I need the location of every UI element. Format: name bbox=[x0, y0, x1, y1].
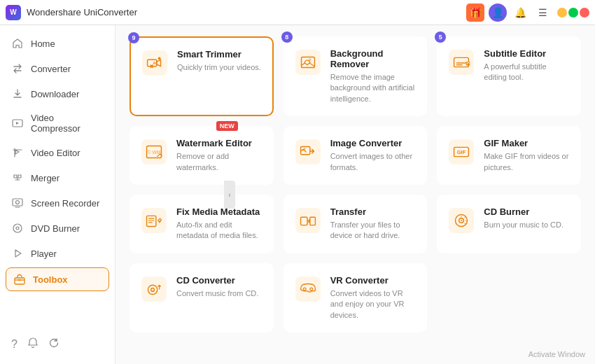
watermark-editor-icon: © WM bbox=[140, 138, 168, 166]
main-content: Home Converter Downloader Video Compress… bbox=[0, 25, 595, 364]
smart-trimmer-title: Smart Trimmer bbox=[177, 49, 262, 59]
sidebar-item-toolbox[interactable]: Toolbox bbox=[6, 267, 109, 291]
sidebar-item-merger[interactable]: Merger bbox=[0, 165, 115, 190]
screen-recorder-icon bbox=[11, 197, 24, 209]
cd-converter-icon bbox=[140, 275, 168, 303]
subtitle-editor-title: Subtitle Editor bbox=[484, 48, 570, 59]
subtitle-editor-text: Subtitle Editor A powerful subtitle edit… bbox=[484, 48, 570, 83]
svg-point-4 bbox=[16, 227, 19, 230]
fix-media-metadata-desc: Auto-fix and edit metadata of media file… bbox=[176, 220, 263, 241]
gif-maker-desc: Make GIF from videos or pictures. bbox=[484, 151, 570, 173]
tool-card-subtitle-editor[interactable]: 5 Subtitle Editor A powerful subtitle ed… bbox=[437, 36, 581, 116]
sidebar-label-video-editor: Video Editor bbox=[31, 148, 80, 158]
help-icon[interactable]: ? bbox=[11, 338, 18, 351]
svg-rect-38 bbox=[295, 276, 321, 302]
window-controls bbox=[557, 8, 589, 18]
title-bar: W Wondershare UniConverter 🎁 👤 🔔 ☰ bbox=[0, 0, 595, 25]
bell-button[interactable]: 🔔 bbox=[511, 4, 529, 22]
collapse-sidebar-button[interactable]: ‹ bbox=[224, 181, 235, 209]
sidebar-item-screen-recorder[interactable]: Screen Recorder bbox=[0, 190, 115, 216]
tool-card-transfer[interactable]: Transfer Transfer your files to device o… bbox=[284, 195, 428, 253]
video-compressor-icon bbox=[11, 117, 24, 130]
sidebar-item-converter[interactable]: Converter bbox=[0, 56, 115, 81]
svg-point-3 bbox=[13, 224, 22, 232]
activate-window-text: Activate Window bbox=[528, 350, 585, 358]
svg-rect-5 bbox=[15, 278, 24, 284]
notification-icon[interactable] bbox=[27, 337, 38, 351]
tool-card-cd-converter[interactable]: CD Converter Convert music from CD. bbox=[130, 263, 274, 332]
tool-card-smart-trimmer[interactable]: 9 AI Smart Trimmer Quickly trim your vid… bbox=[130, 36, 274, 116]
menu-button[interactable]: ☰ bbox=[533, 4, 552, 22]
svg-text:GIF: GIF bbox=[457, 149, 466, 155]
sidebar-item-player[interactable]: Player bbox=[0, 241, 115, 266]
watermark-editor-text: Watermark Editor Remove or add watermark… bbox=[176, 138, 263, 173]
dvd-burner-icon bbox=[11, 222, 24, 234]
sidebar-item-downloader[interactable]: Downloader bbox=[0, 81, 115, 106]
svg-point-13 bbox=[309, 58, 312, 61]
transfer-text: Transfer Transfer your files to device o… bbox=[330, 206, 417, 241]
fix-media-metadata-text: Fix Media Metadata Auto-fix and edit met… bbox=[176, 206, 263, 241]
merger-icon bbox=[11, 172, 24, 184]
background-remover-desc: Remove the image background with artific… bbox=[330, 72, 417, 104]
tool-card-background-remover[interactable]: 8 Background Remover Remove the image ba… bbox=[284, 36, 428, 116]
svg-point-9 bbox=[158, 57, 161, 59]
sidebar-item-dvd-burner[interactable]: DVD Burner bbox=[0, 216, 115, 241]
svg-text:AI: AI bbox=[153, 61, 157, 65]
svg-rect-1 bbox=[13, 199, 22, 206]
svg-rect-6 bbox=[18, 279, 21, 281]
background-remover-icon bbox=[294, 48, 322, 76]
toolbox-icon bbox=[13, 273, 26, 286]
sidebar-item-video-compressor[interactable]: Video Compressor bbox=[0, 106, 115, 140]
sidebar-label-dvd-burner: DVD Burner bbox=[31, 223, 80, 234]
content-area: 9 AI Smart Trimmer Quickly trim your vid… bbox=[115, 25, 595, 364]
smart-trimmer-desc: Quickly trim your videos. bbox=[177, 62, 262, 73]
smart-trimmer-badge: 9 bbox=[128, 32, 139, 43]
app-title: Wondershare UniConverter bbox=[27, 7, 466, 18]
close-button[interactable] bbox=[580, 8, 589, 18]
background-remover-text: Background Remover Remove the image back… bbox=[330, 48, 417, 104]
sidebar-item-home[interactable]: Home bbox=[0, 31, 115, 56]
maximize-button[interactable] bbox=[568, 8, 578, 18]
gift-button[interactable]: 🎁 bbox=[466, 4, 484, 22]
tool-card-gif-maker[interactable]: GIF GIF Maker Make GIF from videos or pi… bbox=[437, 126, 581, 185]
transfer-title: Transfer bbox=[330, 206, 417, 217]
svg-point-22 bbox=[303, 148, 305, 150]
image-converter-desc: Convert images to other formats. bbox=[330, 151, 417, 173]
fix-media-metadata-icon bbox=[140, 206, 168, 234]
subtitle-editor-badge: 5 bbox=[435, 31, 446, 43]
subtitle-editor-desc: A powerful subtitle editing tool. bbox=[484, 62, 570, 83]
tool-card-cd-burner[interactable]: CD Burner Burn your music to CD. bbox=[437, 195, 581, 253]
converter-icon bbox=[11, 62, 24, 75]
smart-trimmer-text: Smart Trimmer Quickly trim your videos. bbox=[177, 49, 262, 73]
tool-card-image-converter[interactable]: Image Converter Convert images to other … bbox=[284, 126, 428, 185]
svg-rect-20 bbox=[295, 139, 321, 164]
sidebar-label-screen-recorder: Screen Recorder bbox=[31, 198, 99, 209]
tool-card-fix-media-metadata[interactable]: Fix Media Metadata Auto-fix and edit met… bbox=[130, 195, 274, 253]
video-editor-icon bbox=[11, 146, 24, 159]
refresh-icon[interactable] bbox=[48, 337, 59, 351]
svg-rect-11 bbox=[295, 50, 321, 75]
smart-trimmer-icon: AI bbox=[141, 49, 169, 77]
home-icon bbox=[11, 37, 24, 50]
downloader-icon bbox=[11, 88, 24, 100]
svg-point-34 bbox=[461, 220, 462, 221]
tools-grid: 9 AI Smart Trimmer Quickly trim your vid… bbox=[130, 36, 581, 332]
vr-converter-desc: Convert videos to VR and enjoy on your V… bbox=[330, 288, 417, 321]
subtitle-editor-icon bbox=[447, 48, 475, 76]
minimize-button[interactable] bbox=[557, 8, 567, 18]
sidebar-label-home: Home bbox=[31, 38, 55, 49]
image-converter-icon bbox=[294, 138, 322, 166]
vr-converter-icon bbox=[294, 275, 322, 303]
transfer-desc: Transfer your files to device or hard dr… bbox=[330, 220, 417, 241]
tool-card-watermark-editor[interactable]: NEW © WM Watermark Editor Remove or add … bbox=[130, 126, 274, 185]
sidebar-item-video-editor[interactable]: Video Editor bbox=[0, 140, 115, 165]
tool-card-vr-converter[interactable]: VR Converter Convert videos to VR and en… bbox=[284, 263, 428, 332]
sidebar-label-video-compressor: Video Compressor bbox=[31, 113, 104, 134]
background-remover-title: Background Remover bbox=[330, 48, 417, 69]
title-bar-actions: 🎁 👤 🔔 ☰ bbox=[466, 4, 552, 22]
sidebar: Home Converter Downloader Video Compress… bbox=[0, 25, 115, 364]
cd-converter-title: CD Converter bbox=[176, 275, 263, 286]
svg-point-2 bbox=[16, 201, 20, 204]
user-button[interactable]: 👤 bbox=[489, 4, 507, 22]
cd-burner-icon bbox=[447, 206, 475, 234]
